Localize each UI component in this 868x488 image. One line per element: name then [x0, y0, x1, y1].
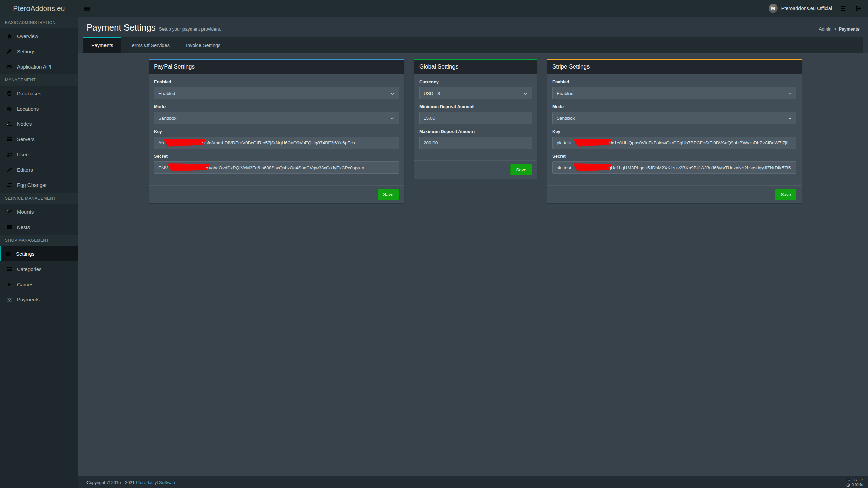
stripe-save-button[interactable]: Save	[775, 189, 796, 200]
play-icon	[6, 282, 13, 287]
paypal-mode-label: Mode	[154, 104, 399, 109]
tab-invoice-settings[interactable]: Invoice Settings	[178, 37, 229, 53]
select-value: Enabled	[557, 91, 574, 96]
brand-logo[interactable]: PteroAddons.eu	[0, 0, 78, 17]
sidebar-item-nodes[interactable]: Nodes	[0, 116, 78, 132]
sidebar-item-label: Editors	[17, 167, 33, 173]
stripe-enabled-select[interactable]: Enabled	[552, 87, 796, 99]
settings-tab-bar: Payments Terms Of Services Invoice Setti…	[83, 37, 863, 53]
select-value: Sandbox	[158, 116, 176, 121]
currency-select[interactable]: USD - $	[419, 87, 532, 99]
sidebar-item-label: Locations	[17, 106, 39, 112]
pterodactyl-link[interactable]: Pterodactyl Software	[136, 480, 176, 485]
sidebar-item-databases[interactable]: Databases	[0, 86, 78, 101]
sidebar-item-nests[interactable]: Nests	[0, 219, 78, 235]
main-content: Payment Settings Setup your payment prov…	[78, 17, 868, 476]
sitemap-icon	[6, 121, 13, 126]
sidebar-item-payments[interactable]: Payments	[0, 292, 78, 307]
paypal-settings-panel: PayPal Settings Enabled Enabled Mode San…	[149, 59, 404, 203]
panel-title: Stripe Settings	[547, 60, 802, 74]
sidebar-item-label: Payments	[17, 297, 40, 302]
page-footer: Copyright © 2015 - 2021 Pterodactyl Soft…	[78, 476, 868, 488]
stripe-settings-panel: Stripe Settings Enabled Enabled Mode San…	[547, 59, 802, 203]
sidebar-item-settings[interactable]: Settings	[0, 44, 78, 59]
paypal-secret-label: Secret	[154, 154, 399, 159]
server-list-button[interactable]	[841, 5, 847, 11]
sidebar-item-servers[interactable]: Servers	[0, 132, 78, 147]
global-save-button[interactable]: Save	[510, 164, 532, 175]
key-text: Uc1e8HUQpps0VluFkFolowGkrCCgHs7BPCFcStEi…	[609, 140, 788, 145]
paypal-enabled-select[interactable]: Enabled	[154, 87, 399, 99]
sidebar-item-games[interactable]: Games	[0, 277, 78, 292]
user-menu[interactable]: M Pteroaddons.eu Official	[769, 4, 832, 13]
sidebar-item-overview[interactable]: Overview	[0, 28, 78, 44]
page-subtitle: Setup your payment providers.	[159, 26, 221, 32]
breadcrumb-admin-link[interactable]: Admin	[819, 26, 831, 32]
server-list-icon	[841, 5, 847, 11]
tab-terms-of-services[interactable]: Terms Of Services	[121, 37, 177, 53]
sidebar-item-label: Nodes	[17, 121, 32, 127]
panel-version: 0.7.17	[852, 477, 863, 482]
sidebar-item-users[interactable]: Users	[0, 147, 78, 162]
select-value: Sandbox	[557, 116, 575, 121]
secret-text: qUc1LgUM3RLggu5JDbM2XKLszv2BKa9Bij1AJ3uJ…	[608, 165, 791, 170]
stripe-mode-select[interactable]: Sandbox	[552, 112, 796, 124]
sidebar-item-label: Settings	[17, 48, 35, 54]
sidebar-section-shop-management: SHOP MANAGEMENT	[0, 235, 78, 246]
stripe-key-input[interactable]: pk_test_Uc1e8HUQpps0VluFkFolowGkrCCgHs7B…	[552, 137, 796, 149]
panel-title: Global Settings	[414, 60, 537, 74]
code-fork-icon	[847, 477, 851, 482]
sidebar-item-application-api[interactable]: Application API	[0, 59, 78, 74]
maximum-deposit-input[interactable]	[419, 137, 532, 149]
sidebar-item-label: Settings	[16, 251, 34, 257]
page-title: Payment Settings	[86, 22, 156, 33]
sidebar-section-service-management: SERVICE MANAGEMENT	[0, 193, 78, 204]
select-value: Enabled	[158, 91, 175, 96]
sidebar-item-egg-changer[interactable]: Egg Changer	[0, 177, 78, 193]
sidebar-item-label: Categories	[17, 266, 42, 272]
sidebar-item-label: Users	[17, 152, 30, 157]
chevron-down-icon	[390, 116, 394, 121]
user-name: Pteroaddons.eu Official	[781, 6, 832, 11]
secret-text: sk_test_	[557, 165, 574, 170]
sidebar-toggle-button[interactable]	[78, 0, 96, 17]
page-load-time: 0.014s	[852, 482, 863, 487]
users-icon	[6, 152, 13, 157]
breadcrumb-separator: >	[834, 26, 836, 32]
redaction-scribble	[169, 165, 205, 169]
sidebar-item-categories[interactable]: Categories	[0, 261, 78, 277]
global-settings-panel: Global Settings Currency USD - $ Minimum…	[414, 59, 537, 179]
clock-icon	[846, 482, 850, 487]
gamepad-icon	[6, 64, 13, 70]
sidebar-section-basic-administration: BASIC ADMINISTRATION	[0, 17, 78, 28]
home-icon	[6, 34, 13, 39]
globe-icon	[6, 106, 13, 111]
redaction-scribble	[575, 140, 607, 144]
copyright-text: Copyright © 2015 - 2021 Pterodactyl Soft…	[86, 480, 178, 485]
stripe-secret-label: Secret	[552, 154, 796, 159]
paypal-key-input[interactable]: AbUsfcAmmLDIVDEmV0BcGIRto57jSrNgH6CnO9Vu…	[154, 137, 399, 149]
key-text: UsfcAmmLDIVDEmV0BcGIRto57jSrNgH6CnO9VuEQ…	[202, 140, 355, 145]
tab-payments[interactable]: Payments	[83, 37, 121, 53]
sidebar-item-locations[interactable]: Locations	[0, 101, 78, 116]
key-text: pk_test_	[557, 140, 574, 145]
money-icon	[6, 297, 13, 302]
stripe-mode-label: Mode	[552, 104, 796, 109]
paypal-mode-select[interactable]: Sandbox	[154, 112, 399, 124]
paypal-secret-input[interactable]: ENVKvoheOvdDxPQIVcM3Fq6ts688SsxQsbzOc4Su…	[154, 161, 399, 174]
sidebar-item-mounts[interactable]: Mounts	[0, 204, 78, 219]
minimum-deposit-input[interactable]	[419, 112, 532, 124]
magic-wand-icon	[6, 209, 13, 214]
sidebar-item-editors[interactable]: Editors	[0, 162, 78, 177]
sidebar-item-shop-settings[interactable]: Settings	[0, 246, 78, 261]
stripe-secret-input[interactable]: sk_test_qUc1LgUM3RLggu5JDbM2XKLszv2BKa9B…	[552, 161, 796, 174]
gear-icon	[5, 251, 12, 256]
avatar: M	[769, 4, 778, 13]
breadcrumb-current: Payments	[839, 26, 860, 32]
paypal-enabled-label: Enabled	[154, 79, 399, 84]
panel-title: PayPal Settings	[149, 60, 404, 74]
server-icon	[6, 137, 13, 142]
paypal-save-button[interactable]: Save	[378, 189, 399, 200]
logout-button[interactable]	[855, 5, 861, 11]
sidebar-item-label: Databases	[17, 91, 41, 96]
